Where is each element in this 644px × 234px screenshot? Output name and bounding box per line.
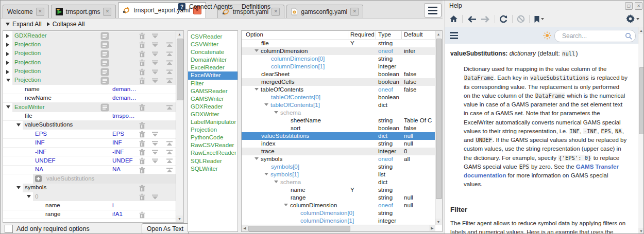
collapse-arrow-icon[interactable] xyxy=(255,49,259,52)
script-icon[interactable] xyxy=(100,50,109,59)
scroll-left-icon[interactable]: ◀ xyxy=(242,225,248,231)
tab-welcome[interactable]: Welcome✕ xyxy=(3,5,49,18)
collapse-arrow-icon[interactable] xyxy=(274,181,278,183)
option-row-mergedcells[interactable]: mergedCellsbooleanfalse xyxy=(242,78,435,86)
collapse-arrow-icon[interactable] xyxy=(264,173,268,175)
help-question-icon[interactable]: ? xyxy=(178,3,185,10)
move-top-icon[interactable] xyxy=(166,60,173,66)
option-row-tableofcontents[interactable]: tableOfContentsoneoffalse xyxy=(242,86,435,94)
expand-all-button[interactable]: Expand All xyxy=(6,21,42,28)
table-scrollbar[interactable]: ▲ ▼ xyxy=(435,31,442,225)
move-down-icon[interactable] xyxy=(151,69,159,76)
agent-item-gdxreader[interactable]: GDXReader xyxy=(188,103,238,111)
brightness-sun-icon[interactable] xyxy=(543,31,551,41)
trash-icon[interactable] xyxy=(139,149,145,157)
collapse-arrow-icon[interactable] xyxy=(16,123,21,127)
option-row-valuesubstitutions[interactable]: valueSubstitutionsdictnull xyxy=(242,132,435,140)
move-top-icon[interactable] xyxy=(166,105,173,111)
collapse-arrow-icon[interactable] xyxy=(255,157,259,160)
tab-close-icon[interactable]: ✕ xyxy=(36,8,44,16)
search-input[interactable] xyxy=(561,32,624,40)
tab-close-icon[interactable]: ✕ xyxy=(350,8,359,16)
script-icon[interactable] xyxy=(100,68,109,77)
agent-item-rawexcelreader[interactable]: RawExcelReader xyxy=(188,149,238,157)
agent-item-gdxwriter[interactable]: GDXWriter xyxy=(188,111,238,118)
tree-row-valuesubstitutions[interactable]: valueSubstitutions xyxy=(3,174,176,183)
tree-row-value[interactable]: deman… xyxy=(112,95,138,101)
scroll-up-icon[interactable]: ▲ xyxy=(638,27,644,34)
collapse-arrow-icon[interactable] xyxy=(6,105,10,109)
tree-row-value[interactable]: NA xyxy=(112,166,138,172)
option-label[interactable]: columnDimension[0] xyxy=(300,210,354,216)
move-down-icon[interactable] xyxy=(151,132,159,138)
move-down-icon[interactable] xyxy=(151,51,159,58)
agent-item-excelwriter[interactable]: ExcelWriter xyxy=(188,71,238,79)
connect-agents-label[interactable]: Connect Agents xyxy=(189,3,233,10)
option-row-symbols-0-[interactable]: symbols[0]string xyxy=(242,163,435,171)
agent-item-sqlwriter[interactable]: SQLWriter xyxy=(188,165,238,173)
agent-item-excelreader[interactable]: ExcelReader xyxy=(188,64,238,71)
undock-icon[interactable]: ▢ xyxy=(625,2,633,10)
tree-row--inf[interactable]: -INF-INF xyxy=(3,148,176,156)
hscroll-thumb[interactable] xyxy=(248,226,350,231)
definitions-label[interactable]: Definitions xyxy=(242,3,270,10)
move-down-icon[interactable] xyxy=(151,150,159,156)
option-row-columndimension-1-[interactable]: columnDimension[1]integer xyxy=(242,217,435,225)
tree-row-projection[interactable]: Projection xyxy=(3,67,176,76)
forward-icon[interactable] xyxy=(481,15,490,23)
tree-row-0[interactable]: 0 xyxy=(3,192,176,201)
tree-row-valuesubstitutions[interactable]: valueSubstitutions xyxy=(3,121,176,130)
expand-arrow-icon[interactable] xyxy=(6,61,9,65)
option-label[interactable]: tableOfContents[0] xyxy=(271,94,320,100)
option-type[interactable]: oneof xyxy=(378,86,393,93)
agent-item-gamsreader[interactable]: GAMSReader xyxy=(188,87,238,95)
option-row-schema[interactable]: schemadict xyxy=(242,178,435,186)
option-row-tableofcontents-1-[interactable]: tableOfContents[1]dict xyxy=(242,101,435,109)
tree-row-undef[interactable]: UNDEFUNDEF xyxy=(3,156,176,165)
scroll-right-icon[interactable]: ▶ xyxy=(429,225,435,231)
option-row-clearsheet[interactable]: clearSheetbooleanfalse xyxy=(242,70,435,78)
tree-row-value[interactable]: INF xyxy=(112,139,138,146)
move-top-icon[interactable] xyxy=(166,78,173,84)
scroll-thumb[interactable] xyxy=(639,67,644,134)
script-icon[interactable] xyxy=(100,59,109,68)
script-icon[interactable] xyxy=(100,103,109,113)
option-label[interactable]: columnDimension[0] xyxy=(271,56,325,62)
collapse-arrow-icon[interactable] xyxy=(6,79,10,82)
option-row-name[interactable]: nameYstring xyxy=(242,186,435,194)
option-row-range[interactable]: rangestringnull xyxy=(242,194,435,202)
scroll-thumb[interactable] xyxy=(177,39,183,100)
option-type[interactable]: oneof xyxy=(378,156,393,162)
option-label[interactable]: columnDimension[1] xyxy=(300,218,354,224)
option-row-trace[interactable]: traceinteger0 xyxy=(242,148,435,155)
move-top-icon[interactable] xyxy=(166,51,173,58)
option-label[interactable]: tableOfContents[1] xyxy=(270,102,320,108)
collapse-arrow-icon[interactable] xyxy=(27,195,31,198)
expand-arrow-icon[interactable] xyxy=(6,52,9,56)
tree-row-projection[interactable]: Projection xyxy=(3,40,176,49)
trash-icon[interactable] xyxy=(139,193,145,202)
tab-trnsport-gms[interactable]: trnsport.gms✕ xyxy=(51,5,116,18)
settings-gear-button[interactable] xyxy=(626,14,639,23)
move-down-icon[interactable] xyxy=(151,158,159,165)
move-top-icon[interactable] xyxy=(166,42,173,48)
option-row-sort[interactable]: sortbooleanfalse xyxy=(242,124,435,132)
tree-row-value[interactable]: i xyxy=(112,202,138,208)
tree-row-projection[interactable]: Projection xyxy=(3,49,176,58)
required-options-checkbox[interactable] xyxy=(5,225,13,233)
close-icon[interactable]: ✕ xyxy=(635,2,642,10)
expand-arrow-icon[interactable] xyxy=(6,43,9,47)
trash-icon[interactable] xyxy=(139,77,145,85)
move-top-icon[interactable] xyxy=(166,168,173,174)
agent-item-rawcsvreader[interactable]: RawCSVReader xyxy=(188,141,238,149)
agent-item-concatenate[interactable]: Concatenate xyxy=(188,48,238,56)
agent-item-domainwriter[interactable]: DomainWriter xyxy=(188,56,238,64)
collapse-arrow-icon[interactable] xyxy=(274,111,278,114)
tree-row-file[interactable]: filetrnspo… xyxy=(3,112,176,121)
tree-row-eps[interactable]: EPSEPS xyxy=(3,130,176,138)
agent-item-projection[interactable]: Projection xyxy=(188,126,238,134)
agent-item-labelmanipulator[interactable]: LabelManipulator xyxy=(188,118,238,126)
collapse-arrow-icon[interactable] xyxy=(16,186,21,189)
scroll-thumb[interactable] xyxy=(436,39,442,199)
agent-item-filter[interactable]: Filter xyxy=(188,80,238,87)
